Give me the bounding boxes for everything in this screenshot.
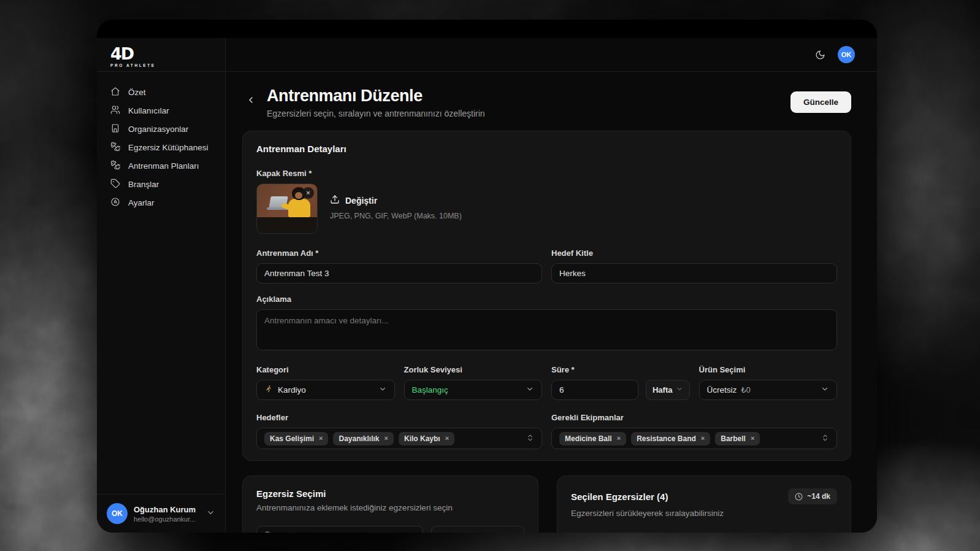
page-title: Antrenmanı Düzenle — [267, 87, 485, 106]
topbar: OK — [226, 38, 877, 72]
sidebar-item-label: Ayarlar — [128, 198, 155, 207]
page-subtitle: Egzersizleri seçin, sıralayın ve antrenm… — [267, 109, 485, 118]
exercise-search-input[interactable] — [256, 526, 423, 533]
sidebar-item-ozet[interactable]: Özet — [104, 83, 218, 101]
target-audience-input[interactable] — [551, 263, 837, 283]
dumbbell-icon — [110, 160, 120, 172]
exercise-selection-card: Egzersiz Seçimi Antrenmanınıza eklemek i… — [242, 476, 538, 533]
category-filter-value: Tüm Kategoriler — [439, 531, 503, 533]
sidebar-item-label: Egzersiz Kütüphanesi — [128, 143, 209, 152]
workout-name-label: Antrenman Adı * — [256, 249, 542, 258]
difficulty-select[interactable]: Başlangıç — [404, 380, 543, 400]
search-icon — [263, 531, 272, 533]
goals-label: Hedefler — [256, 413, 542, 422]
chevron-down-icon — [526, 385, 534, 395]
sidebar-item-organizasyonlar[interactable]: Organizasyonlar — [104, 120, 218, 138]
duration-label: Süre * — [551, 365, 690, 374]
target-audience-label: Hedef Kitle — [551, 249, 837, 258]
sidebar-item-branslar[interactable]: Branşlar — [104, 175, 218, 193]
cover-formats-hint: JPEG, PNG, GIF, WebP (Maks. 10MB) — [330, 212, 462, 220]
settings-icon — [110, 197, 120, 209]
users-icon — [110, 105, 120, 117]
change-cover-button[interactable]: Değiştir — [330, 195, 462, 206]
upload-icon — [330, 195, 340, 206]
remove-tag-icon[interactable]: × — [617, 435, 621, 442]
building-icon — [110, 123, 120, 135]
sidebar-item-label: Branşlar — [128, 180, 159, 189]
change-cover-label: Değiştir — [345, 196, 377, 206]
chevron-down-icon — [508, 531, 516, 533]
remove-tag-icon[interactable]: × — [319, 435, 323, 442]
page-content: Antrenmanı Düzenle Egzersizleri seçin, s… — [226, 72, 877, 533]
equipment-multiselect[interactable]: Medicine Ball× Resistance Band× Barbell× — [551, 428, 837, 449]
sidebar-item-label: Organizasyonlar — [128, 125, 188, 134]
runner-icon — [264, 385, 273, 395]
sidebar-item-ayarlar[interactable]: Ayarlar — [104, 193, 218, 212]
sidebar-item-label: Özet — [128, 88, 146, 97]
logo-subtitle: PRO ATHLETE — [110, 63, 212, 67]
chevron-down-icon — [206, 508, 215, 520]
app-window: 4D PRO ATHLETE Özet Kullanıcılar Organiz… — [97, 20, 877, 533]
remove-cover-button[interactable]: × — [302, 187, 314, 199]
equipment-tag: Medicine Ball× — [559, 432, 626, 445]
chevron-down-icon — [378, 385, 387, 395]
brand-logo[interactable]: 4D PRO ATHLETE — [97, 38, 225, 72]
remove-tag-icon[interactable]: × — [751, 435, 754, 442]
cover-image-thumbnail[interactable]: × — [256, 183, 318, 234]
clock-icon — [795, 493, 803, 501]
category-select[interactable]: Kardiyo — [256, 380, 395, 400]
theme-toggle-button[interactable] — [815, 50, 825, 60]
goals-multiselect[interactable]: Kas Gelişimi× Dayanıklılık× Kilo Kaybı× — [256, 428, 542, 449]
sidebar-nav: Özet Kullanıcılar Organizasyonlar Egzers… — [97, 72, 225, 212]
workout-details-card: Antrenman Detayları Kapak Resmi * × — [242, 131, 851, 461]
sidebar-user-menu[interactable]: OK Oğuzhan Kurum hello@oguzhankur... — [97, 494, 225, 533]
dumbbell-icon — [110, 142, 120, 153]
total-duration-value: ~14 dk — [807, 492, 830, 501]
avatar: OK — [107, 503, 128, 524]
chevron-down-icon — [821, 385, 829, 395]
sidebar-item-antrenman-planlari[interactable]: Antrenman Planları — [104, 156, 218, 175]
user-name: Oğuzhan Kurum — [134, 505, 200, 514]
chevrons-up-down-icon — [526, 433, 534, 444]
remove-tag-icon[interactable]: × — [385, 435, 388, 442]
product-value: Ücretsiz — [707, 385, 737, 395]
category-value: Kardiyo — [278, 385, 373, 395]
chevron-left-icon — [246, 95, 256, 105]
topbar-avatar[interactable]: OK — [838, 46, 855, 63]
exercise-selection-subtitle: Antrenmanınıza eklemek istediğiniz egzer… — [256, 503, 524, 512]
tag-icon — [110, 179, 120, 190]
duration-unit-value: Hafta — [653, 385, 673, 395]
equipment-tag: Resistance Band× — [631, 432, 710, 445]
total-duration-badge: ~14 dk — [788, 488, 837, 504]
goal-tag: Kilo Kaybı× — [399, 432, 454, 445]
remove-tag-icon[interactable]: × — [445, 435, 449, 442]
sidebar-item-kullanicilar[interactable]: Kullanıcılar — [104, 101, 218, 120]
description-textarea[interactable] — [256, 309, 837, 350]
selected-exercises-heading: Seçilen Egzersizler (4) — [571, 491, 668, 502]
product-select[interactable]: Ücretsiz₺0 — [699, 380, 838, 400]
selected-exercises-card: Seçilen Egzersizler (4) ~14 dk Egzersizl… — [557, 476, 851, 533]
workout-name-input[interactable] — [256, 263, 542, 283]
cover-image-label: Kapak Resmi * — [256, 169, 837, 178]
duration-unit-select[interactable]: Hafta — [646, 380, 690, 400]
sidebar-item-label: Antrenman Planları — [128, 161, 199, 171]
update-button[interactable]: Güncelle — [791, 91, 851, 113]
category-label: Kategori — [256, 365, 395, 374]
duration-input[interactable] — [551, 380, 638, 400]
chevron-down-icon — [676, 385, 683, 395]
description-label: Açıklama — [256, 295, 837, 304]
equipment-tag: Barbell× — [715, 432, 760, 445]
remove-tag-icon[interactable]: × — [701, 435, 705, 442]
details-heading: Antrenman Detayları — [256, 144, 837, 154]
difficulty-label: Zorluk Seviyesi — [404, 365, 543, 374]
sidebar-item-egzersiz-kutuphanesi[interactable]: Egzersiz Kütüphanesi — [104, 138, 218, 156]
sidebar-item-label: Kullanıcılar — [128, 106, 169, 115]
moon-icon — [815, 50, 825, 60]
window-titlebar — [97, 20, 877, 38]
category-filter-select[interactable]: Tüm Kategoriler — [431, 526, 524, 533]
exercise-selection-heading: Egzersiz Seçimi — [256, 488, 524, 499]
goal-tag: Dayanıklılık× — [333, 432, 393, 445]
back-button[interactable] — [242, 91, 259, 109]
product-price: ₺0 — [741, 385, 751, 395]
chevrons-up-down-icon — [821, 433, 829, 444]
